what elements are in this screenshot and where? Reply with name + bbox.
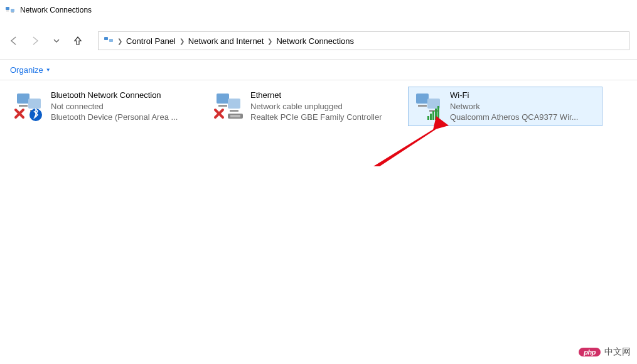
svg-rect-8 (19, 105, 28, 107)
connection-ethernet[interactable]: Ethernet Network cable unplugged Realtek… (208, 87, 403, 126)
navigation-bar: ❯ Control Panel ❯ Network and Internet ❯… (0, 29, 637, 53)
connection-status: Not connected (51, 101, 178, 112)
svg-rect-11 (217, 94, 229, 104)
chevron-down-icon: ▼ (46, 67, 51, 73)
network-adapter-icon (213, 90, 245, 122)
svg-rect-13 (218, 105, 227, 107)
svg-rect-22 (430, 114, 432, 120)
toolbar: Organize ▼ (0, 59, 637, 80)
chevron-right-icon: ❯ (179, 38, 185, 45)
breadcrumb-item[interactable]: Network Connections (276, 36, 354, 46)
chevron-right-icon: ❯ (267, 38, 272, 45)
network-adapter-icon (13, 90, 46, 122)
organize-label: Organize (10, 65, 43, 75)
organize-dropdown[interactable]: Organize ▼ (10, 65, 51, 75)
chevron-right-icon: ❯ (117, 38, 122, 45)
svg-rect-1 (11, 9, 14, 12)
svg-rect-14 (230, 110, 238, 112)
svg-rect-19 (418, 105, 427, 107)
svg-rect-6 (17, 94, 29, 104)
svg-rect-5 (109, 39, 113, 42)
window-title: Network Connections (20, 6, 92, 14)
breadcrumb-item[interactable]: Control Panel (126, 36, 176, 46)
breadcrumb-item[interactable]: Network and Internet (188, 36, 264, 46)
connection-name: Wi-Fi (450, 90, 578, 101)
connection-status: Network (450, 101, 578, 112)
connection-name: Ethernet (250, 90, 382, 101)
svg-rect-16 (230, 115, 240, 117)
svg-rect-17 (416, 94, 429, 104)
connection-device: Bluetooth Device (Personal Area ... (51, 112, 178, 123)
svg-rect-3 (11, 13, 14, 13)
svg-rect-21 (427, 116, 429, 120)
watermark-text: 中文网 (604, 346, 631, 358)
svg-rect-25 (437, 106, 439, 120)
connection-device: Qualcomm Atheros QCA9377 Wir... (450, 112, 578, 123)
back-button[interactable] (8, 35, 20, 47)
title-bar: Network Connections (0, 0, 637, 20)
connection-device: Realtek PCIe GBE Family Controller (250, 112, 382, 123)
connection-bluetooth[interactable]: Bluetooth Network Connection Not connect… (9, 87, 203, 126)
watermark-pill: php (579, 348, 601, 356)
svg-rect-0 (6, 7, 9, 10)
svg-rect-24 (435, 109, 437, 120)
connection-status: Network cable unplugged (250, 101, 382, 112)
recent-dropdown[interactable] (50, 35, 63, 47)
up-button[interactable] (72, 35, 84, 47)
network-adapter-icon (412, 90, 445, 122)
forward-button[interactable] (29, 35, 41, 47)
network-connections-icon (104, 35, 114, 47)
svg-rect-7 (28, 99, 41, 109)
svg-rect-2 (6, 11, 9, 11)
svg-rect-23 (432, 111, 434, 120)
connection-name: Bluetooth Network Connection (51, 90, 178, 101)
network-connections-icon (5, 5, 15, 15)
address-bar[interactable]: ❯ Control Panel ❯ Network and Internet ❯… (98, 31, 629, 50)
svg-rect-12 (228, 99, 240, 109)
connection-wifi[interactable]: Wi-Fi Network Qualcomm Atheros QCA9377 W… (408, 87, 602, 126)
connections-list: Bluetooth Network Connection Not connect… (0, 80, 637, 132)
svg-rect-4 (104, 37, 108, 40)
watermark: php 中文网 (579, 346, 631, 358)
